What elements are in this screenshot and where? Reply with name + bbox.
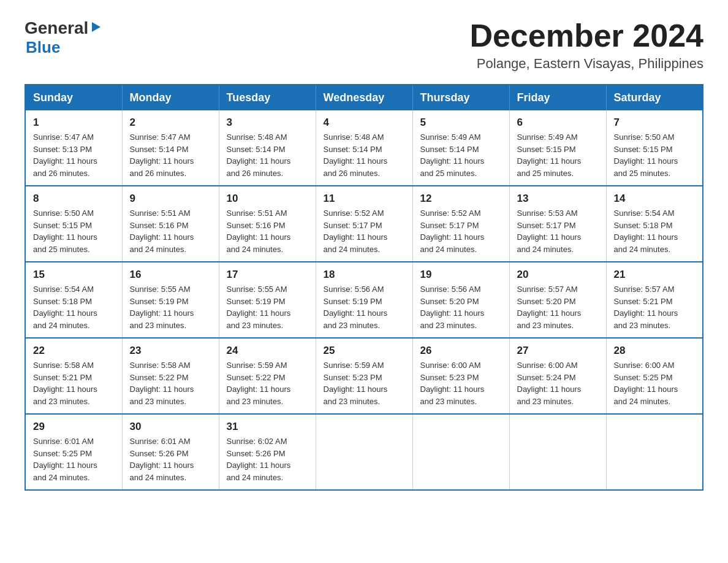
day-info: Sunrise: 5:58 AM Sunset: 5:21 PM Dayligh…	[33, 359, 115, 407]
calendar-table: SundayMondayTuesdayWednesdayThursdayFrid…	[25, 84, 703, 491]
calendar-day-cell: 13 Sunrise: 5:53 AM Sunset: 5:17 PM Dayl…	[509, 186, 606, 262]
calendar-header-row: SundayMondayTuesdayWednesdayThursdayFrid…	[25, 85, 703, 110]
day-info: Sunrise: 5:49 AM Sunset: 5:14 PM Dayligh…	[420, 131, 502, 179]
day-number: 26	[420, 345, 502, 357]
calendar-day-cell: 26 Sunrise: 6:00 AM Sunset: 5:23 PM Dayl…	[412, 338, 509, 414]
calendar-day-cell: 17 Sunrise: 5:55 AM Sunset: 5:19 PM Dayl…	[219, 262, 316, 338]
day-info: Sunrise: 5:52 AM Sunset: 5:17 PM Dayligh…	[420, 207, 502, 255]
day-number: 15	[33, 269, 115, 281]
day-number: 14	[614, 193, 696, 205]
day-info: Sunrise: 5:52 AM Sunset: 5:17 PM Dayligh…	[324, 207, 405, 255]
day-info: Sunrise: 6:00 AM Sunset: 5:24 PM Dayligh…	[517, 359, 599, 407]
calendar-day-cell: 8 Sunrise: 5:50 AM Sunset: 5:15 PM Dayli…	[25, 186, 122, 262]
day-number: 20	[517, 269, 599, 281]
calendar-day-cell: 6 Sunrise: 5:49 AM Sunset: 5:15 PM Dayli…	[509, 110, 606, 186]
svg-marker-0	[92, 22, 100, 32]
calendar-day-cell: 12 Sunrise: 5:52 AM Sunset: 5:17 PM Dayl…	[412, 186, 509, 262]
day-number: 7	[614, 117, 696, 129]
day-info: Sunrise: 5:55 AM Sunset: 5:19 PM Dayligh…	[130, 283, 211, 331]
calendar-header-tuesday: Tuesday	[219, 85, 316, 110]
logo: General Blue	[25, 18, 103, 57]
day-number: 4	[324, 117, 405, 129]
day-number: 17	[227, 269, 308, 281]
page-header: General Blue December 2024 Polange, East…	[25, 18, 703, 72]
calendar-day-cell: 4 Sunrise: 5:48 AM Sunset: 5:14 PM Dayli…	[316, 110, 412, 186]
calendar-day-cell: 5 Sunrise: 5:49 AM Sunset: 5:14 PM Dayli…	[412, 110, 509, 186]
calendar-day-cell: 19 Sunrise: 5:56 AM Sunset: 5:20 PM Dayl…	[412, 262, 509, 338]
calendar-week-row: 15 Sunrise: 5:54 AM Sunset: 5:18 PM Dayl…	[25, 262, 703, 338]
day-info: Sunrise: 6:01 AM Sunset: 5:26 PM Dayligh…	[130, 435, 211, 483]
calendar-week-row: 22 Sunrise: 5:58 AM Sunset: 5:21 PM Dayl…	[25, 338, 703, 414]
day-number: 27	[517, 345, 599, 357]
calendar-header-monday: Monday	[122, 85, 219, 110]
day-number: 30	[130, 421, 211, 433]
day-info: Sunrise: 5:54 AM Sunset: 5:18 PM Dayligh…	[33, 283, 115, 331]
day-info: Sunrise: 5:47 AM Sunset: 5:14 PM Dayligh…	[130, 131, 211, 179]
day-number: 18	[324, 269, 405, 281]
day-number: 25	[324, 345, 405, 357]
calendar-day-cell: 22 Sunrise: 5:58 AM Sunset: 5:21 PM Dayl…	[25, 338, 122, 414]
day-info: Sunrise: 5:57 AM Sunset: 5:20 PM Dayligh…	[517, 283, 599, 331]
day-number: 28	[614, 345, 696, 357]
day-info: Sunrise: 5:56 AM Sunset: 5:19 PM Dayligh…	[324, 283, 405, 331]
day-info: Sunrise: 5:54 AM Sunset: 5:18 PM Dayligh…	[614, 207, 696, 255]
logo-general-text: General	[25, 18, 88, 38]
day-number: 6	[517, 117, 599, 129]
calendar-day-cell: 25 Sunrise: 5:59 AM Sunset: 5:23 PM Dayl…	[316, 338, 412, 414]
day-info: Sunrise: 5:48 AM Sunset: 5:14 PM Dayligh…	[324, 131, 405, 179]
calendar-day-cell	[412, 414, 509, 490]
calendar-header-wednesday: Wednesday	[316, 85, 412, 110]
calendar-day-cell: 16 Sunrise: 5:55 AM Sunset: 5:19 PM Dayl…	[122, 262, 219, 338]
day-number: 10	[227, 193, 308, 205]
location-title: Polange, Eastern Visayas, Philippines	[469, 56, 703, 72]
calendar-day-cell	[606, 414, 703, 490]
calendar-day-cell: 2 Sunrise: 5:47 AM Sunset: 5:14 PM Dayli…	[122, 110, 219, 186]
calendar-day-cell: 27 Sunrise: 6:00 AM Sunset: 5:24 PM Dayl…	[509, 338, 606, 414]
calendar-day-cell: 20 Sunrise: 5:57 AM Sunset: 5:20 PM Dayl…	[509, 262, 606, 338]
calendar-day-cell: 3 Sunrise: 5:48 AM Sunset: 5:14 PM Dayli…	[219, 110, 316, 186]
day-number: 23	[130, 345, 211, 357]
day-number: 24	[227, 345, 308, 357]
day-info: Sunrise: 5:51 AM Sunset: 5:16 PM Dayligh…	[130, 207, 211, 255]
calendar-week-row: 8 Sunrise: 5:50 AM Sunset: 5:15 PM Dayli…	[25, 186, 703, 262]
day-info: Sunrise: 5:58 AM Sunset: 5:22 PM Dayligh…	[130, 359, 211, 407]
calendar-day-cell	[509, 414, 606, 490]
day-info: Sunrise: 5:55 AM Sunset: 5:19 PM Dayligh…	[227, 283, 308, 331]
day-number: 3	[227, 117, 308, 129]
day-number: 13	[517, 193, 599, 205]
calendar-header-sunday: Sunday	[25, 85, 122, 110]
day-number: 5	[420, 117, 502, 129]
calendar-day-cell: 7 Sunrise: 5:50 AM Sunset: 5:15 PM Dayli…	[606, 110, 703, 186]
calendar-day-cell: 18 Sunrise: 5:56 AM Sunset: 5:19 PM Dayl…	[316, 262, 412, 338]
day-info: Sunrise: 5:53 AM Sunset: 5:17 PM Dayligh…	[517, 207, 599, 255]
day-info: Sunrise: 5:48 AM Sunset: 5:14 PM Dayligh…	[227, 131, 308, 179]
day-info: Sunrise: 6:02 AM Sunset: 5:26 PM Dayligh…	[227, 435, 308, 483]
day-info: Sunrise: 5:59 AM Sunset: 5:22 PM Dayligh…	[227, 359, 308, 407]
day-number: 1	[33, 117, 115, 129]
day-number: 31	[227, 421, 308, 433]
calendar-day-cell: 9 Sunrise: 5:51 AM Sunset: 5:16 PM Dayli…	[122, 186, 219, 262]
calendar-header-thursday: Thursday	[412, 85, 509, 110]
day-info: Sunrise: 5:50 AM Sunset: 5:15 PM Dayligh…	[33, 207, 115, 255]
calendar-week-row: 29 Sunrise: 6:01 AM Sunset: 5:25 PM Dayl…	[25, 414, 703, 490]
calendar-day-cell: 14 Sunrise: 5:54 AM Sunset: 5:18 PM Dayl…	[606, 186, 703, 262]
title-section: December 2024 Polange, Eastern Visayas, …	[469, 18, 703, 72]
day-info: Sunrise: 6:01 AM Sunset: 5:25 PM Dayligh…	[33, 435, 115, 483]
calendar-day-cell: 15 Sunrise: 5:54 AM Sunset: 5:18 PM Dayl…	[25, 262, 122, 338]
calendar-day-cell: 30 Sunrise: 6:01 AM Sunset: 5:26 PM Dayl…	[122, 414, 219, 490]
day-info: Sunrise: 5:59 AM Sunset: 5:23 PM Dayligh…	[324, 359, 405, 407]
day-number: 16	[130, 269, 211, 281]
calendar-day-cell: 28 Sunrise: 6:00 AM Sunset: 5:25 PM Dayl…	[606, 338, 703, 414]
calendar-day-cell: 23 Sunrise: 5:58 AM Sunset: 5:22 PM Dayl…	[122, 338, 219, 414]
day-number: 22	[33, 345, 115, 357]
calendar-day-cell: 31 Sunrise: 6:02 AM Sunset: 5:26 PM Dayl…	[219, 414, 316, 490]
calendar-day-cell	[316, 414, 412, 490]
calendar-day-cell: 24 Sunrise: 5:59 AM Sunset: 5:22 PM Dayl…	[219, 338, 316, 414]
day-number: 8	[33, 193, 115, 205]
calendar-header-saturday: Saturday	[606, 85, 703, 110]
calendar-day-cell: 29 Sunrise: 6:01 AM Sunset: 5:25 PM Dayl…	[25, 414, 122, 490]
day-info: Sunrise: 6:00 AM Sunset: 5:25 PM Dayligh…	[614, 359, 696, 407]
day-number: 11	[324, 193, 405, 205]
day-number: 12	[420, 193, 502, 205]
day-info: Sunrise: 6:00 AM Sunset: 5:23 PM Dayligh…	[420, 359, 502, 407]
